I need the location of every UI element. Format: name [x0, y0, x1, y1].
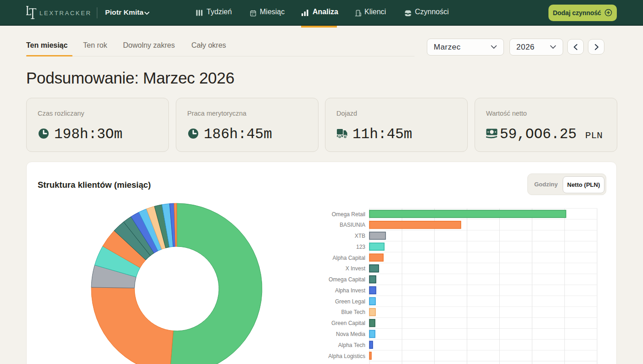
- svg-text:Omega Capital: Omega Capital: [329, 276, 365, 283]
- svg-text:Alpha Capital: Alpha Capital: [333, 255, 365, 261]
- svg-text:BASIUNIA: BASIUNIA: [340, 222, 365, 228]
- svg-text:XTB: XTB: [355, 233, 365, 239]
- svg-text:Green Capital: Green Capital: [331, 320, 365, 326]
- svg-text:Nova Media: Nova Media: [336, 331, 365, 337]
- svg-text:Blue Tech: Blue Tech: [341, 309, 365, 315]
- svg-text:Green Legal: Green Legal: [335, 298, 365, 305]
- svg-text:Omega Retail: Omega Retail: [332, 211, 365, 218]
- svg-text:123: 123: [356, 244, 365, 250]
- svg-text:X Invest: X Invest: [346, 265, 366, 272]
- svg-text:Alpha Invest: Alpha Invest: [335, 287, 366, 294]
- svg-text:Alpha Logistics: Alpha Logistics: [328, 353, 365, 359]
- svg-text:Alpha Tech: Alpha Tech: [338, 342, 365, 348]
